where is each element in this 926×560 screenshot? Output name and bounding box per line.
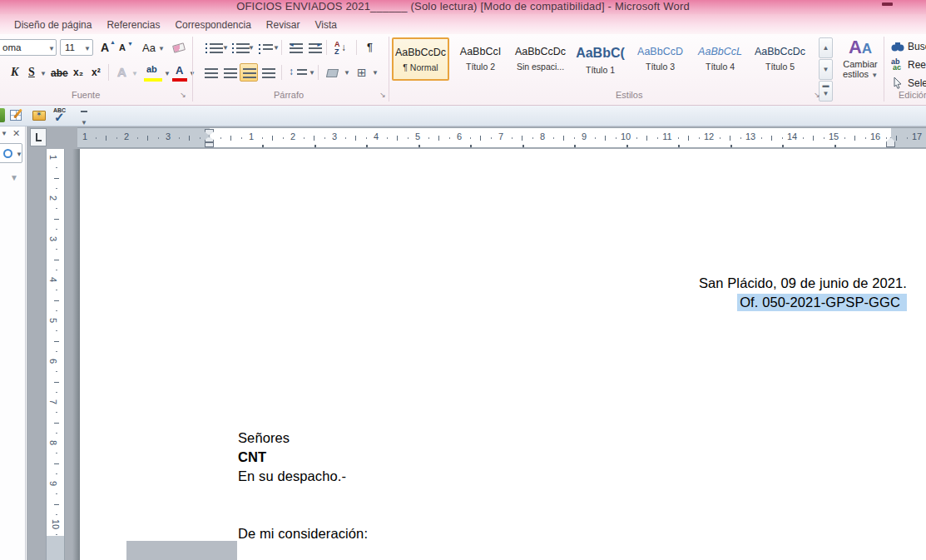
strikethrough-button[interactable]: abe xyxy=(48,62,70,82)
cursor-arrow-icon xyxy=(893,77,903,89)
increase-indent-button[interactable]: ► xyxy=(305,38,323,57)
align-right-button[interactable] xyxy=(240,63,258,82)
font-name-combobox[interactable]: oma ▼ xyxy=(0,39,57,56)
chevron-down-icon[interactable]: ▼ xyxy=(164,70,171,77)
spelling-button[interactable]: ABC ✓ xyxy=(52,107,70,124)
chevron-down-icon[interactable]: ▼ xyxy=(372,69,379,77)
chevron-down-icon[interactable]: ▼ xyxy=(48,45,55,52)
font-size-combobox[interactable]: 11 ▼ xyxy=(60,39,93,56)
ribbon-tab-row: Diseño de páginaReferenciasCorrespondenc… xyxy=(0,14,926,34)
pane-collapse-chevron-icon[interactable]: ▼ xyxy=(10,173,18,182)
vertical-ruler-dot xyxy=(56,392,57,393)
selected-text[interactable]: Of. 050-2021-GPSP-GGC xyxy=(737,294,907,311)
borders-button[interactable]: ⊞ xyxy=(353,63,371,82)
style-item-t-tulo-2[interactable]: AaBbCcITítulo 2 xyxy=(452,37,509,81)
change-styles-icon: A xyxy=(849,37,862,57)
vertical-ruler-number: 4 xyxy=(48,277,58,282)
vertical-ruler-number: 5 xyxy=(48,318,58,323)
document-page[interactable]: San Plácido, 09 de junio de 2021. Of. 05… xyxy=(79,149,926,560)
shrink-font-button[interactable]: A ▼ xyxy=(116,38,133,57)
numbered-list-button[interactable] xyxy=(230,38,248,57)
styles-scroll-up-button[interactable]: ▲ xyxy=(819,37,833,58)
vertical-ruler[interactable]: 12345678910 xyxy=(46,149,65,547)
underline-button[interactable]: S xyxy=(24,62,39,82)
addin-toolbar: ✶ ABC ✓ ▼ xyxy=(0,106,926,126)
ruler-dot xyxy=(324,137,325,139)
chevron-down-icon[interactable]: ▼ xyxy=(40,70,47,77)
chevron-down-icon[interactable]: ▼ xyxy=(344,69,350,77)
styles-scroll-down-button[interactable]: ▼ xyxy=(819,59,833,80)
ruler-dot xyxy=(657,137,658,139)
bullet-list-button[interactable] xyxy=(203,38,221,57)
left-indent-marker[interactable] xyxy=(205,142,214,147)
change-case-button[interactable]: Aa ▼ xyxy=(139,38,165,57)
paragraph-dialog-launcher[interactable]: ↘ xyxy=(378,90,388,100)
vertical-ruler-number: 1 xyxy=(48,155,58,160)
style-item-t-tulo-3[interactable]: AaBbCcDTítulo 3 xyxy=(631,37,689,81)
highlight-color-button[interactable]: ab xyxy=(143,62,163,82)
style-name: Título 5 xyxy=(752,62,808,72)
grow-font-glyph: A xyxy=(101,41,109,54)
ruler-tick xyxy=(730,136,730,141)
text-effects-button[interactable]: A xyxy=(113,62,131,82)
find-button[interactable]: Buscar xyxy=(889,37,926,54)
toolbar-options-button[interactable]: ▼ xyxy=(78,109,90,122)
shading-button[interactable] xyxy=(323,63,343,82)
decrease-indent-button[interactable]: ◄ xyxy=(286,38,304,57)
pane-close-icon[interactable]: ✕ xyxy=(12,128,20,139)
chevron-down-icon[interactable]: ▼ xyxy=(248,44,255,52)
folder-button[interactable]: ✶ xyxy=(32,108,48,123)
style-item-t-tulo-1[interactable]: AaBbC(Título 1 xyxy=(572,37,629,81)
superscript-button[interactable]: x² xyxy=(88,62,106,82)
style-item-sin-espaci-[interactable]: AaBbCcDcSin espaci... xyxy=(512,37,569,81)
tab-stop-selector[interactable] xyxy=(30,128,47,146)
chevron-down-icon[interactable]: ▼ xyxy=(131,70,138,77)
pane-menu-chevron-icon[interactable]: ▼ xyxy=(1,130,7,137)
chevron-down-icon[interactable]: ▼ xyxy=(273,44,280,52)
addin-icon-partial[interactable] xyxy=(0,108,5,122)
text-effects-glyph: A xyxy=(117,65,126,79)
ruler-dot xyxy=(137,137,138,139)
multilevel-list-button[interactable] xyxy=(255,38,275,57)
clear-formatting-button[interactable] xyxy=(170,38,188,57)
style-item--normal[interactable]: AaBbCcDc¶ Normal xyxy=(392,37,449,81)
table-edit-button[interactable] xyxy=(10,108,27,123)
align-center-button[interactable] xyxy=(220,63,239,82)
pilcrow-icon: ¶ xyxy=(367,41,373,53)
grow-font-button[interactable]: A ▲ xyxy=(97,38,115,57)
ribbon-tab-vista[interactable]: Vista xyxy=(308,17,344,32)
select-button[interactable]: Seleccionar xyxy=(889,74,926,91)
ribbon-tab-correspondencia[interactable]: Correspondencia xyxy=(167,17,258,32)
line-spacing-button[interactable]: ↕ xyxy=(286,63,308,82)
down-arrow-icon: ▼ xyxy=(127,41,133,47)
italic-button[interactable]: K xyxy=(7,62,22,82)
ribbon-tab-dise-o-de-p-gina[interactable]: Diseño de página xyxy=(7,17,99,32)
chevron-down-icon[interactable]: ▼ xyxy=(84,45,91,52)
pane-search-combobox[interactable]: ▼ xyxy=(0,143,22,163)
style-item-t-tulo-4[interactable]: AaBbCcLTítulo 4 xyxy=(691,37,749,81)
align-left-button[interactable] xyxy=(201,63,220,82)
left-arrow-icon: ◄ xyxy=(289,42,295,47)
justify-button[interactable] xyxy=(259,63,277,82)
styles-dialog-launcher[interactable]: ↘ xyxy=(812,90,822,100)
style-name: Sin espaci... xyxy=(513,62,568,72)
horizontal-ruler[interactable]: 1231234567891011121314151617 xyxy=(77,127,926,148)
change-styles-button[interactable]: AA Cambiar estilos ▼ xyxy=(839,36,882,87)
ribbon-tab-referencias[interactable]: Referencias xyxy=(99,17,167,32)
chevron-down-icon[interactable]: ▼ xyxy=(16,151,22,158)
subscript-button[interactable]: x₂ xyxy=(70,62,88,82)
font-color-swatch xyxy=(172,78,187,82)
font-color-button[interactable]: A xyxy=(171,62,188,82)
chevron-down-icon[interactable]: ▼ xyxy=(222,44,229,52)
minimize-button[interactable] xyxy=(882,2,893,6)
font-dialog-launcher[interactable]: ↘ xyxy=(178,90,188,100)
ribbon-tab-revisar[interactable]: Revisar xyxy=(259,17,308,32)
styles-group: AaBbCcDc¶ NormalAaBbCcITítulo 2AaBbCcDcS… xyxy=(389,34,884,105)
replace-button[interactable]: ab ac Reemplazar xyxy=(889,56,926,72)
ruler-number: 15 xyxy=(829,131,839,141)
sort-button[interactable]: A Z ↓ xyxy=(331,38,351,57)
chevron-down-icon[interactable]: ▼ xyxy=(309,69,315,77)
ruler-number: 5 xyxy=(415,131,420,141)
style-item-t-tulo-5[interactable]: AaBbCcDcTítulo 5 xyxy=(751,37,809,81)
show-hide-pilcrow-button[interactable]: ¶ xyxy=(362,38,379,57)
